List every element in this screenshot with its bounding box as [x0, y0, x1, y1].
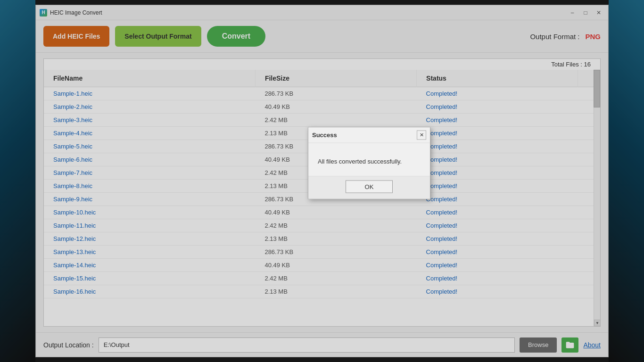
modal-title: Success	[312, 132, 337, 139]
modal-overlay: Success ✕ All files converted successful…	[0, 0, 644, 362]
modal-message: All files converted successfully.	[318, 158, 402, 165]
modal-close-button[interactable]: ✕	[417, 130, 426, 140]
modal-title-bar: Success ✕	[308, 127, 430, 143]
success-modal: Success ✕ All files converted successful…	[308, 127, 430, 199]
modal-ok-button[interactable]: OK	[346, 180, 393, 193]
modal-footer: OK	[308, 176, 430, 198]
modal-body: All files converted successfully.	[308, 143, 430, 176]
